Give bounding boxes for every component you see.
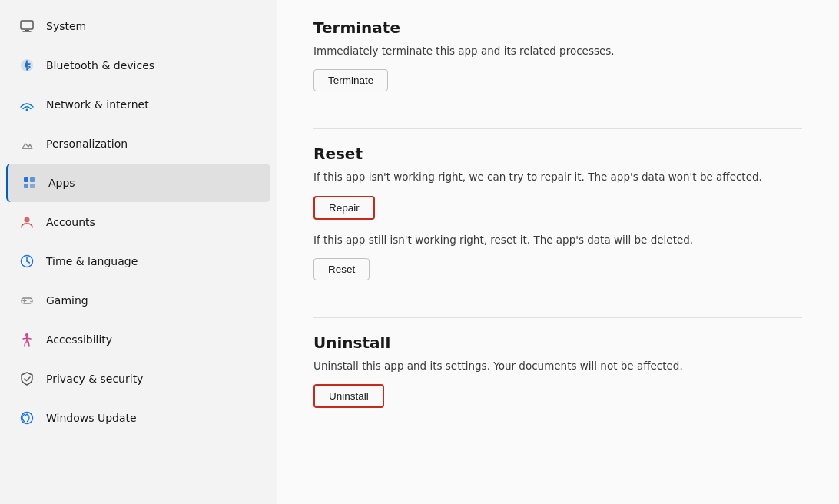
gaming-icon	[18, 292, 35, 309]
reset-section: Reset If this app isn't working right, w…	[313, 144, 802, 293]
sidebar-item-privacy-label: Privacy & security	[46, 373, 143, 385]
main-content: Terminate Immediately terminate this app…	[277, 0, 839, 504]
terminate-title: Terminate	[313, 18, 802, 37]
accounts-icon	[18, 214, 35, 230]
sidebar-item-network-label: Network & internet	[46, 98, 149, 111]
bluetooth-icon	[18, 57, 35, 74]
svg-rect-8	[24, 184, 28, 188]
reset-desc1: If this app isn't working right, we can …	[313, 169, 802, 184]
uninstall-desc: Uninstall this app and its settings. You…	[313, 358, 802, 373]
uninstall-button[interactable]: Uninstall	[313, 384, 384, 408]
svg-point-4	[26, 109, 28, 111]
svg-rect-9	[30, 184, 35, 188]
sidebar-item-accounts-label: Accounts	[46, 216, 95, 228]
sidebar-item-accessibility[interactable]: Accessibility	[6, 320, 270, 359]
sidebar-item-update-label: Windows Update	[46, 412, 137, 424]
sidebar-item-apps-label: Apps	[48, 177, 75, 189]
sidebar-item-time[interactable]: Time & language	[6, 242, 270, 280]
sidebar-item-accounts[interactable]: Accounts	[6, 203, 270, 241]
reset-button[interactable]: Reset	[313, 258, 370, 280]
sidebar: System Bluetooth & devices Network & int…	[0, 0, 277, 504]
sidebar-item-time-label: Time & language	[46, 255, 138, 267]
terminate-button[interactable]: Terminate	[313, 69, 388, 91]
network-icon	[18, 96, 35, 113]
sidebar-item-update[interactable]: Windows Update	[6, 399, 270, 437]
sidebar-item-gaming[interactable]: Gaming	[6, 281, 270, 320]
svg-line-13	[27, 261, 30, 263]
svg-rect-7	[30, 177, 35, 182]
sidebar-item-system-label: System	[46, 20, 86, 32]
repair-button[interactable]: Repair	[313, 196, 375, 220]
accessibility-icon	[18, 331, 35, 348]
update-icon	[18, 410, 35, 426]
privacy-icon	[18, 370, 35, 387]
sidebar-item-accessibility-label: Accessibility	[46, 333, 112, 346]
apps-icon	[21, 174, 38, 191]
uninstall-title: Uninstall	[313, 333, 802, 352]
personalization-icon	[18, 135, 35, 152]
system-icon	[18, 18, 35, 35]
reset-title: Reset	[313, 144, 802, 163]
sidebar-item-apps[interactable]: Apps	[6, 164, 270, 202]
reset-desc2: If this app still isn't working right, r…	[313, 232, 802, 247]
uninstall-section: Uninstall Uninstall this app and its set…	[313, 333, 802, 420]
svg-point-17	[28, 300, 30, 301]
sidebar-item-gaming-label: Gaming	[46, 294, 88, 307]
svg-rect-6	[24, 177, 28, 182]
sidebar-item-personalization[interactable]: Personalization	[6, 124, 270, 163]
sidebar-item-personalization-label: Personalization	[46, 138, 128, 150]
terminate-desc: Immediately terminate this app and its r…	[313, 43, 802, 58]
svg-rect-0	[21, 21, 33, 29]
time-icon	[18, 253, 35, 270]
sidebar-item-bluetooth[interactable]: Bluetooth & devices	[6, 46, 270, 85]
svg-point-18	[30, 301, 32, 303]
sidebar-item-privacy[interactable]: Privacy & security	[6, 360, 270, 398]
sidebar-item-bluetooth-label: Bluetooth & devices	[46, 59, 154, 71]
terminate-section: Terminate Immediately terminate this app…	[313, 18, 802, 104]
sidebar-item-network[interactable]: Network & internet	[6, 85, 270, 124]
sidebar-item-system[interactable]: System	[6, 7, 270, 45]
svg-point-10	[25, 217, 30, 223]
